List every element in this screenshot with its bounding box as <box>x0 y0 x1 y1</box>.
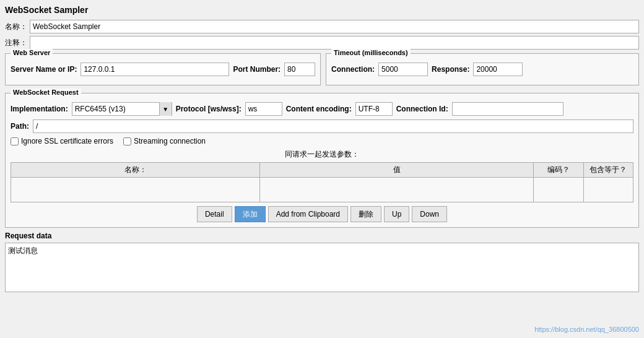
port-number-label: Port Number: <box>233 65 281 74</box>
conn-id-input[interactable] <box>452 102 564 116</box>
empty-encode-cell <box>534 178 583 202</box>
comment-input[interactable] <box>30 36 639 50</box>
delete-button[interactable]: 删除 <box>350 206 381 222</box>
streaming-checkbox[interactable] <box>123 137 131 145</box>
name-label: 名称： <box>5 22 27 32</box>
impl-select[interactable]: ▼ <box>72 102 172 116</box>
name-input[interactable] <box>30 20 639 33</box>
encoding-label: Content encoding: <box>286 105 352 113</box>
add-clipboard-button[interactable]: Add from Clipboard <box>268 206 348 222</box>
websocket-request-section: WebSocket Request Implementation: ▼ Prot… <box>5 93 639 228</box>
timeout-section: Timeout (milliseconds) Connection: Respo… <box>326 53 639 85</box>
button-row: Detail 添加 Add from Clipboard 删除 Up Down <box>11 206 633 222</box>
web-server-section: Web Server Server Name or IP: Port Numbe… <box>5 53 321 85</box>
protocol-input[interactable] <box>245 102 282 116</box>
add-button[interactable]: 添加 <box>235 206 266 222</box>
response-label: Response: <box>432 65 469 74</box>
server-name-label: Server Name or IP: <box>11 65 77 74</box>
empty-value-cell <box>260 178 534 202</box>
page-title: WebSocket Sampler <box>5 5 639 15</box>
ssl-label-text: Ignore SSL certificate errors <box>21 137 113 145</box>
websocket-request-title: WebSocket Request <box>11 89 81 96</box>
watermark: https://blog.csdn.net/qq_36800500 <box>534 326 639 333</box>
col-value-header: 值 <box>260 163 534 178</box>
comment-label: 注释： <box>5 38 27 48</box>
conn-id-label: Connection Id: <box>396 105 448 113</box>
empty-include-cell <box>583 178 633 202</box>
timeout-title: Timeout (milliseconds) <box>331 49 411 56</box>
streaming-checkbox-label[interactable]: Streaming connection <box>123 137 206 145</box>
impl-dropdown-arrow[interactable]: ▼ <box>159 102 172 116</box>
down-button[interactable]: Down <box>412 206 447 222</box>
request-data-label: Request data <box>5 232 639 240</box>
name-row: 名称： <box>5 20 639 33</box>
web-server-title: Web Server <box>11 49 53 56</box>
path-label: Path: <box>11 122 29 131</box>
checkbox-row: Ignore SSL certificate errors Streaming … <box>11 137 633 145</box>
request-data-textarea[interactable] <box>5 243 639 292</box>
connection-input[interactable] <box>378 63 428 76</box>
params-title: 同请求一起发送参数： <box>11 149 633 160</box>
params-table: 名称： 值 编码？ 包含等于？ <box>11 162 633 202</box>
server-name-input[interactable] <box>80 63 229 76</box>
ssl-checkbox[interactable] <box>11 137 19 145</box>
request-data-section: Request data <box>5 232 639 294</box>
protocol-label: Protocol [ws/wss]: <box>176 105 242 113</box>
col-include-header: 包含等于？ <box>583 163 633 178</box>
up-button[interactable]: Up <box>384 206 409 222</box>
params-section: 同请求一起发送参数： 名称： 值 编码？ 包含等于？ <box>11 149 633 202</box>
empty-name-cell <box>11 178 260 202</box>
impl-label: Implementation: <box>11 105 68 113</box>
impl-input[interactable] <box>72 103 159 115</box>
port-number-input[interactable] <box>284 63 315 76</box>
ssl-checkbox-label[interactable]: Ignore SSL certificate errors <box>11 137 113 145</box>
detail-button[interactable]: Detail <box>197 206 232 222</box>
response-input[interactable] <box>473 63 523 76</box>
comment-row: 注释： <box>5 36 639 50</box>
col-encode-header: 编码？ <box>534 163 583 178</box>
streaming-label-text: Streaming connection <box>134 137 206 145</box>
path-input[interactable] <box>33 119 633 133</box>
empty-table-row <box>11 178 633 202</box>
connection-label: Connection: <box>331 65 375 74</box>
col-name-header: 名称： <box>11 163 260 178</box>
encoding-input[interactable] <box>355 102 393 116</box>
